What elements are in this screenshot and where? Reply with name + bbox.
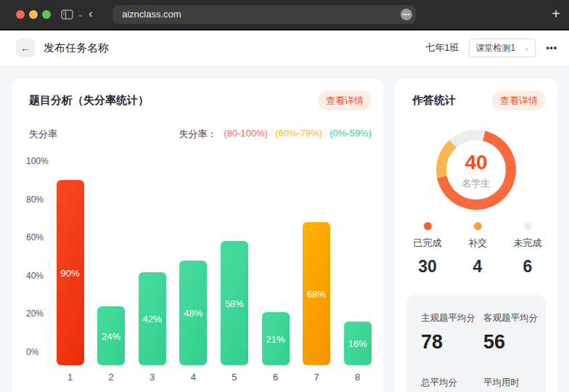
chevron-down-icon[interactable]: ⌄ bbox=[77, 9, 83, 19]
bar-value-label: 21% bbox=[262, 333, 290, 344]
page-header: ← 发布任务名称 七年1班 课堂检测1 ⌄ ••• bbox=[0, 30, 569, 65]
answer-detail-button[interactable]: 查看详情 bbox=[492, 91, 546, 110]
page-title: 发布任务名称 bbox=[44, 30, 109, 65]
loss-rate-legend: 失分率： (80-100%)(60%-79%)(0%-59%) bbox=[179, 128, 372, 141]
x-axis-tick: 6 bbox=[261, 372, 290, 383]
legend-item: (0%-59%) bbox=[329, 128, 372, 141]
bar-value-label: 48% bbox=[179, 308, 207, 319]
bar: 48% bbox=[179, 261, 207, 365]
x-axis-tick: 8 bbox=[343, 372, 372, 383]
bar: 58% bbox=[221, 241, 248, 365]
legend-label: 已完成 bbox=[404, 237, 451, 250]
analysis-legend-row: 失分率 失分率： (80-100%)(60%-79%)(0%-59%) bbox=[12, 110, 383, 141]
y-axis-tick: 60% bbox=[26, 232, 44, 243]
y-axis-title: 失分率 bbox=[29, 128, 57, 141]
bar: 24% bbox=[97, 306, 125, 365]
legend-dot-icon bbox=[474, 222, 482, 230]
legend-dot-icon bbox=[424, 222, 432, 230]
bar-value-label: 42% bbox=[139, 314, 166, 324]
close-window-button[interactable] bbox=[16, 10, 25, 19]
answer-legend-item: 未完成6 bbox=[504, 222, 552, 277]
select-chevron-icon: ⌄ bbox=[524, 44, 530, 52]
browser-window: ⌄ ‹ aiznclass.com ••• + ← 发布任务名称 七年1班 课堂… bbox=[0, 0, 569, 392]
answer-card-title: 作答统计 bbox=[412, 94, 456, 107]
answer-stats-card: 作答统计 查看详情 40 名学生 已完成30补交4未完成6 主观题平均分78客观… bbox=[395, 78, 557, 392]
stat-item: 总平均分72 bbox=[421, 377, 483, 392]
legend-dot-icon bbox=[524, 222, 532, 230]
stat-value: 56 bbox=[483, 331, 546, 354]
y-axis-tick: 40% bbox=[26, 270, 44, 282]
url-text: aiznclass.com bbox=[122, 9, 181, 20]
answer-legend-item: 已完成30 bbox=[404, 222, 451, 277]
zoom-window-button[interactable] bbox=[42, 10, 51, 19]
back-arrow-icon: ← bbox=[20, 42, 30, 54]
legend-value: 6 bbox=[504, 257, 552, 277]
y-axis-tick: 100% bbox=[26, 155, 49, 167]
stat-label: 总平均分 bbox=[421, 377, 483, 389]
x-axis-tick: 1 bbox=[56, 372, 85, 383]
answer-legend: 已完成30补交4未完成6 bbox=[404, 222, 552, 277]
bar: 16% bbox=[344, 322, 372, 365]
x-axis-tick: 7 bbox=[302, 372, 331, 383]
stat-value: 78 bbox=[421, 331, 483, 354]
browser-chrome: ⌄ ‹ aiznclass.com ••• + bbox=[0, 0, 569, 30]
x-axis-tick: 2 bbox=[97, 372, 126, 383]
bar: 90% bbox=[57, 180, 84, 365]
bar-value-label: 16% bbox=[344, 338, 372, 349]
stat-item: 主观题平均分78 bbox=[421, 312, 483, 358]
score-stats-panel: 主观题平均分78客观题平均分56总平均分72平均用时3’45” bbox=[406, 295, 546, 392]
stat-item: 客观题平均分56 bbox=[483, 312, 546, 358]
legend-value: 4 bbox=[454, 257, 502, 277]
x-axis-tick: 3 bbox=[138, 372, 167, 383]
header-actions: 七年1班 课堂检测1 ⌄ ••• bbox=[425, 30, 557, 65]
task-select-dropdown[interactable]: 课堂检测1 ⌄ bbox=[469, 38, 536, 57]
legend-label: 未完成 bbox=[504, 237, 552, 250]
stat-label: 平均用时 bbox=[483, 377, 546, 389]
stat-item: 平均用时3’45” bbox=[483, 377, 546, 392]
donut-center-value: 40 bbox=[436, 151, 516, 174]
y-axis-tick: 0% bbox=[26, 346, 38, 358]
bar-value-label: 90% bbox=[57, 267, 84, 278]
bar: 21% bbox=[262, 312, 290, 365]
minimize-window-button[interactable] bbox=[29, 10, 38, 19]
stat-label: 客观题平均分 bbox=[483, 312, 546, 324]
analysis-card-title: 题目分析（失分率统计） bbox=[29, 94, 149, 107]
analysis-card-header: 题目分析（失分率统计） 查看详情 bbox=[12, 78, 383, 110]
bar-value-label: 24% bbox=[97, 330, 125, 341]
new-tab-button[interactable]: + bbox=[552, 5, 560, 23]
x-axis-tick: 4 bbox=[179, 372, 208, 383]
url-bar[interactable]: aiznclass.com ••• bbox=[112, 5, 416, 24]
bar: 42% bbox=[139, 272, 166, 365]
question-analysis-card: 题目分析（失分率统计） 查看详情 失分率 失分率： (80-100%)(60%-… bbox=[12, 78, 383, 392]
analysis-detail-button[interactable]: 查看详情 bbox=[318, 91, 372, 110]
stat-label: 主观题平均分 bbox=[421, 312, 483, 324]
more-options-button[interactable]: ••• bbox=[546, 43, 557, 53]
browser-back-icon[interactable]: ‹ bbox=[89, 7, 93, 21]
bar: 68% bbox=[303, 222, 330, 365]
bar-value-label: 58% bbox=[221, 298, 248, 309]
answer-card-header: 作答统计 查看详情 bbox=[395, 78, 557, 110]
legend-prefix: 失分率： bbox=[179, 128, 216, 141]
legend-item: (60%-79%) bbox=[275, 128, 322, 141]
class-name-label: 七年1班 bbox=[425, 41, 459, 54]
y-axis-tick: 80% bbox=[26, 194, 44, 205]
sidebar-toggle-icon[interactable] bbox=[61, 9, 73, 20]
donut-center-label: 名学生 bbox=[436, 177, 516, 190]
y-axis-tick: 20% bbox=[26, 308, 44, 319]
legend-value: 30 bbox=[404, 257, 451, 277]
answer-legend-item: 补交4 bbox=[454, 222, 502, 277]
legend-item: (80-100%) bbox=[224, 128, 268, 141]
url-options-icon[interactable]: ••• bbox=[401, 9, 412, 20]
bar-value-label: 68% bbox=[303, 288, 330, 299]
task-select-value: 课堂检测1 bbox=[475, 42, 515, 54]
x-axis-tick: 5 bbox=[220, 372, 249, 383]
back-button[interactable]: ← bbox=[16, 38, 35, 57]
legend-label: 补交 bbox=[454, 237, 502, 250]
